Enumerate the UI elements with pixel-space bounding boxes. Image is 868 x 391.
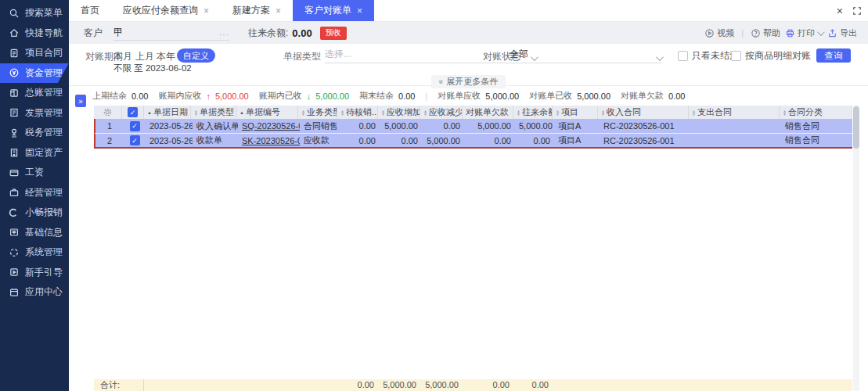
sidebar-item-label: 快捷导航 <box>25 27 63 40</box>
col-category[interactable]: ▲▼合同分类 <box>780 106 852 119</box>
period-receivable-label: 账期内应收 <box>158 90 201 102</box>
sort-icon: ▲▼ <box>381 109 385 116</box>
only-unsettled-checkbox[interactable]: 只看未结清 <box>678 49 739 63</box>
tab-home[interactable]: 首页 <box>69 0 111 21</box>
query-button[interactable]: 查询 <box>816 48 851 63</box>
scrollbar-thumb[interactable] <box>853 106 859 149</box>
cell-biz-type: 应收款 <box>300 135 339 146</box>
sidebar-item-general-ledger[interactable]: 总账管理 <box>0 83 69 103</box>
sidebar-item-app-center[interactable]: 应用中心 <box>0 282 69 303</box>
sidebar-item-fixed-assets[interactable]: 固定资产 <box>0 143 69 163</box>
sidebar-item-business-management[interactable]: 经营管理 <box>0 183 69 203</box>
sidebar-item-payroll[interactable]: 工资 <box>0 163 69 183</box>
checkbox-icon <box>678 51 688 61</box>
divider: | <box>741 28 744 38</box>
col-owed[interactable]: 对账单欠款 <box>463 106 513 119</box>
period-last-month[interactable]: 上月 <box>135 50 154 63</box>
close-icon[interactable]: × <box>837 5 843 16</box>
period-this-year[interactable]: 本年 <box>157 50 175 63</box>
doc-no-link[interactable]: SK-20230526-001 <box>242 136 300 145</box>
sidebar-item-system-management[interactable]: 系统管理 <box>0 242 69 263</box>
funds-icon <box>9 67 20 78</box>
sort-icon: ▲▼ <box>194 109 198 116</box>
building-icon <box>9 147 20 158</box>
statement-table: ✓ ▲单据日期 ▲▼单据类型 ▲单据编号 ▲▼业务类型 ▲▼待核销... ▲▼应… <box>94 106 852 391</box>
sidebar-item-invoice-management[interactable]: 发票管理 <box>0 103 69 124</box>
cell-increase: 0.00 <box>380 136 422 145</box>
sort-icon: ▲▼ <box>517 109 520 116</box>
video-button[interactable]: 视频 <box>704 27 734 39</box>
col-biz-type[interactable]: ▲▼业务类型 <box>298 106 337 119</box>
summary-row: 上期结余0.00 账期内应收↑5,000.00 账期内已收↓5,000.00 期… <box>69 86 868 106</box>
print-button[interactable]: 打印 <box>785 27 823 39</box>
tab-label: 新建方案 <box>232 4 270 17</box>
col-doc-no[interactable]: ▲单据编号 <box>236 106 298 119</box>
stmt-received-label: 对账单已收 <box>529 90 572 102</box>
col-balance[interactable]: ▲▼往来余额 <box>513 106 553 119</box>
ledger-icon <box>9 88 20 99</box>
cell-balance: 0.00 <box>515 136 554 145</box>
tab-close-icon[interactable]: × <box>203 6 209 16</box>
panel-expand-button[interactable]: » <box>75 95 86 107</box>
balance-value: 0.00 <box>292 27 312 39</box>
sidebar-item-label: 基础信息 <box>25 226 63 239</box>
total-decrease: 5,000.00 <box>420 379 463 391</box>
doc-no-link[interactable]: SQ-20230526-001 <box>242 121 300 131</box>
row-checkbox[interactable]: ✓ <box>124 135 146 145</box>
cell-category: 销售合同 <box>781 120 854 132</box>
col-income-contract[interactable]: ▲▼收入合同 <box>598 106 689 119</box>
col-doc-type[interactable]: ▲▼单据类型 <box>191 106 236 119</box>
tab-close-icon[interactable]: × <box>357 6 362 16</box>
sort-icon: ▲▼ <box>556 109 560 116</box>
sidebar-item-quick-nav[interactable]: 快捷导航 <box>0 23 69 44</box>
column-settings-button[interactable] <box>94 106 122 119</box>
period-receivable-value: 5,000.00 <box>215 91 249 101</box>
sidebar-item-xiaochang-expense[interactable]: 小畅报销 <box>0 203 69 223</box>
status-select[interactable]: 全部 <box>510 48 661 63</box>
cell-balance: 5,000.00 <box>515 121 554 131</box>
vertical-scrollbar[interactable] <box>853 105 859 391</box>
sidebar-item-project-contract[interactable]: 项目合同 <box>0 43 69 63</box>
cell-doc-type: 收款单 <box>193 135 238 146</box>
sidebar-item-funds-management[interactable]: 资金管理 <box>0 63 69 84</box>
tab-new-scheme[interactable]: 新建方案 × <box>221 0 293 21</box>
sort-icon: ▲▼ <box>692 109 696 116</box>
select-all-checkbox[interactable]: ✓ <box>122 106 144 119</box>
tab-customer-statement[interactable]: 客户对账单 × <box>293 0 374 21</box>
col-pending[interactable]: ▲▼待核销... <box>337 106 378 119</box>
table-row[interactable]: 1 ✓ 2023-05-26 收入确认单 SQ-20230526-001 合同销… <box>94 119 852 134</box>
stmt-receivable-value: 5,000.00 <box>485 91 519 101</box>
app-center-icon <box>9 287 20 298</box>
sidebar-item-newbie-guide[interactable]: 新手引导 <box>0 263 69 283</box>
customer-input[interactable]: 甲 ··· <box>113 26 229 41</box>
doc-type-label: 单据类型 <box>283 50 321 63</box>
export-button[interactable]: 导出 <box>827 27 857 39</box>
by-product-detail-checkbox[interactable]: 按商品明细对账 <box>731 49 811 63</box>
table-row[interactable]: 2 ✓ 2023-05-26 收款单 SK-20230526-001 应收款 0… <box>94 134 852 149</box>
col-doc-date[interactable]: ▲单据日期 <box>144 106 191 119</box>
help-button[interactable]: 帮助 <box>751 27 780 39</box>
cell-doc-type: 收入确认单 <box>193 120 238 132</box>
col-expense-contract[interactable]: ▲▼支出合同 <box>689 106 780 119</box>
tab-balance-query[interactable]: 应收应付余额查询 × <box>111 0 221 21</box>
cell-pending: 0.00 <box>339 136 380 145</box>
sidebar-item-search-menu[interactable]: 搜索菜单 <box>0 3 69 23</box>
table-footer: 合计: 0.00 5,000.00 5,000.00 0.00 0.00 <box>94 379 852 391</box>
sidebar-item-tax-management[interactable]: 税务管理 <box>0 123 69 143</box>
col-increase[interactable]: ▲▼应收增加 <box>378 106 420 119</box>
period-this-month[interactable]: 本月 <box>113 50 132 63</box>
period-custom[interactable]: 自定义 <box>177 48 215 63</box>
row-number: 1 <box>95 121 124 131</box>
col-project[interactable]: ▲▼项目 <box>553 106 598 119</box>
prev-balance-value: 0.00 <box>131 91 148 101</box>
table-empty-space <box>94 149 852 379</box>
col-decrease[interactable]: ▲▼应收减少 <box>420 106 463 119</box>
sort-icon: ▲▼ <box>423 109 427 116</box>
sidebar-item-base-info[interactable]: 基础信息 <box>0 223 69 243</box>
fullscreen-icon[interactable] <box>852 6 862 16</box>
row-checkbox[interactable]: ✓ <box>124 121 146 131</box>
more-options-icon[interactable]: ··· <box>219 30 229 39</box>
double-chevron-down-icon: » <box>437 80 445 84</box>
tab-close-icon[interactable]: × <box>276 6 281 16</box>
cell-decrease: 0.00 <box>422 121 464 131</box>
